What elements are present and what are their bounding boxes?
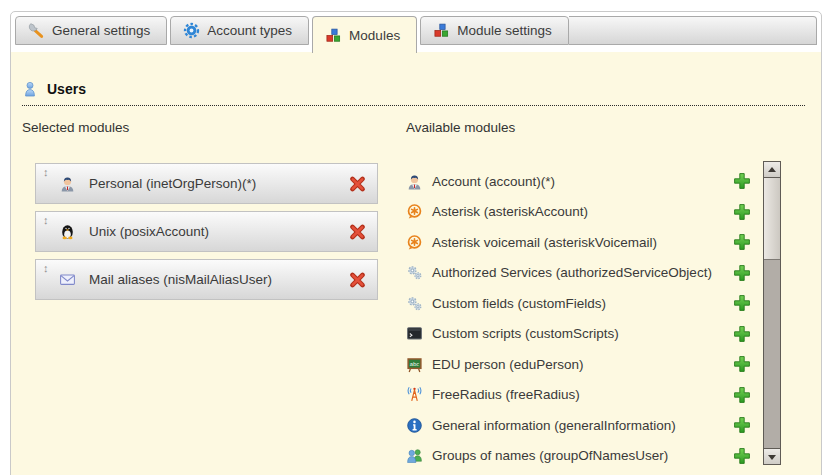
scrollbar-thumb[interactable] <box>764 178 780 260</box>
terminal-icon <box>406 325 423 342</box>
module-label: Account (account)(*) <box>432 174 555 189</box>
module-label: Unix (posixAccount) <box>89 224 209 239</box>
module-label: Authorized Services (authorizedServiceOb… <box>432 265 712 280</box>
add-module-button[interactable] <box>733 447 751 465</box>
delete-cross-icon <box>348 222 367 241</box>
available-module-row: FreeRadius (freeRadius) <box>406 380 751 411</box>
available-module-row: General information (generalInformation) <box>406 410 751 441</box>
person-icon <box>59 175 76 192</box>
add-module-button[interactable] <box>733 325 751 343</box>
delete-cross-icon <box>348 270 367 289</box>
account-type-heading: Users <box>22 81 805 106</box>
module-label: Personal (inetOrgPerson)(*) <box>89 176 256 191</box>
module-label: Groups of names (groupOfNamesUser) <box>432 448 668 463</box>
selected-module-row[interactable]: ↕ Unix (posixAccount) <box>35 211 378 252</box>
tabs-group: General settings Account types Modules M… <box>15 16 572 53</box>
module-label: Asterisk (asteriskAccount) <box>432 204 588 219</box>
drag-handle-icon[interactable]: ↕ <box>43 214 49 227</box>
available-modules-label: Available modules <box>406 120 751 135</box>
gears-icon <box>406 295 423 312</box>
add-plus-icon <box>733 447 751 465</box>
available-module-row: Asterisk (asteriskAccount) <box>406 197 751 228</box>
heading-label: Users <box>47 81 86 97</box>
available-module-row: Asterisk voicemail (asteriskVoicemail) <box>406 227 751 258</box>
add-module-button[interactable] <box>733 416 751 434</box>
available-module-row: Custom fields (customFields) <box>406 288 751 319</box>
add-module-button[interactable] <box>733 203 751 221</box>
tab-label: Module settings <box>457 23 552 38</box>
available-module-row: Groups of names (groupOfNamesUser) <box>406 441 751 472</box>
delete-cross-icon <box>348 174 367 193</box>
scroll-down-button[interactable] <box>764 448 780 464</box>
add-module-button[interactable] <box>733 294 751 312</box>
module-label: Mail aliases (nisMailAliasUser) <box>89 272 272 287</box>
add-plus-icon <box>733 355 751 373</box>
add-plus-icon <box>733 325 751 343</box>
selected-modules-section: Selected modules ↕ Personal (inetOrgPers… <box>22 120 389 307</box>
gears-icon <box>406 264 423 281</box>
available-modules-list: Account (account)(*) Asterisk (asteriskA… <box>406 166 751 471</box>
module-label: Custom scripts (customScripts) <box>432 326 619 341</box>
tab-account-types[interactable]: Account types <box>170 16 309 45</box>
available-modules-scrollbar[interactable] <box>763 161 781 465</box>
available-modules-section: Available modules Account (account)(*) A… <box>406 120 751 471</box>
tab-label: Account types <box>207 23 292 38</box>
settings-panel: General settings Account types Modules M… <box>10 11 822 475</box>
tab-label: Modules <box>349 28 400 43</box>
gear-blue-icon <box>183 22 200 39</box>
available-module-row: EDU person (eduPerson) <box>406 349 751 380</box>
selected-module-row[interactable]: ↕ Personal (inetOrgPerson)(*) <box>35 163 378 204</box>
selected-modules-label: Selected modules <box>22 120 389 135</box>
tab-general-settings[interactable]: General settings <box>15 16 167 45</box>
wrench-icon <box>28 22 45 39</box>
module-label: General information (generalInformation) <box>432 418 676 433</box>
drag-handle-icon[interactable]: ↕ <box>43 262 49 275</box>
group-icon <box>406 447 423 464</box>
tab-bar: General settings Account types Modules M… <box>15 16 817 53</box>
tab-module-settings[interactable]: Module settings <box>420 16 569 45</box>
add-plus-icon <box>733 233 751 251</box>
add-plus-icon <box>733 172 751 190</box>
add-plus-icon <box>733 264 751 282</box>
cubes-icon <box>325 27 342 44</box>
mail-icon <box>59 271 76 288</box>
available-module-row: Account (account)(*) <box>406 166 751 197</box>
module-label: EDU person (eduPerson) <box>432 357 584 372</box>
available-module-row: Authorized Services (authorizedServiceOb… <box>406 258 751 289</box>
available-module-row: Custom scripts (customScripts) <box>406 319 751 350</box>
asterisk-icon <box>406 203 423 220</box>
drag-handle-icon[interactable]: ↕ <box>43 166 49 179</box>
module-label: Asterisk voicemail (asteriskVoicemail) <box>432 235 657 250</box>
person-icon <box>406 173 423 190</box>
add-module-button[interactable] <box>733 386 751 404</box>
add-plus-icon <box>733 203 751 221</box>
scroll-up-button[interactable] <box>764 162 780 178</box>
antenna-icon <box>406 386 423 403</box>
cubes-icon <box>433 22 450 39</box>
selected-module-row[interactable]: ↕ Mail aliases (nisMailAliasUser) <box>35 259 378 300</box>
add-module-button[interactable] <box>733 172 751 190</box>
remove-module-button[interactable] <box>348 222 367 241</box>
add-module-button[interactable] <box>733 355 751 373</box>
remove-module-button[interactable] <box>348 270 367 289</box>
add-plus-icon <box>733 416 751 434</box>
remove-module-button[interactable] <box>348 174 367 193</box>
chalkboard-icon <box>406 356 423 373</box>
info-icon <box>406 417 423 434</box>
modules-tab-content: Users Selected modules ↕ Personal (inetO… <box>11 52 821 475</box>
users-icon <box>22 81 38 97</box>
module-label: FreeRadius (freeRadius) <box>432 387 580 402</box>
add-module-button[interactable] <box>733 233 751 251</box>
tab-modules[interactable]: Modules <box>312 16 417 53</box>
add-plus-icon <box>733 386 751 404</box>
tab-bar-filler <box>569 16 817 45</box>
tux-icon <box>59 223 76 240</box>
selected-modules-list: ↕ Personal (inetOrgPerson)(*) ↕ Unix (po… <box>35 163 389 300</box>
module-label: Custom fields (customFields) <box>432 296 606 311</box>
tab-label: General settings <box>52 23 150 38</box>
add-module-button[interactable] <box>733 264 751 282</box>
asterisk-icon <box>406 234 423 251</box>
add-plus-icon <box>733 294 751 312</box>
